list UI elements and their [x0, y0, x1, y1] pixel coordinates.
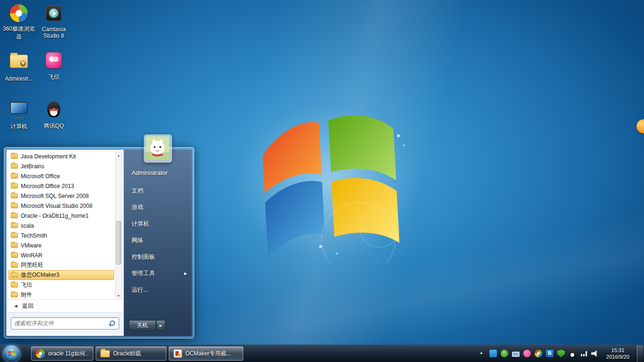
fetion-icon[interactable]: [523, 350, 531, 357]
wangwang-icon[interactable]: [489, 350, 497, 357]
desktop-icon-camtasia[interactable]: Camtasia Studio 8: [36, 4, 72, 39]
start-menu-program[interactable]: Java Development Kit: [8, 151, 114, 161]
desktop-icon-360-browser[interactable]: 360极速浏览器: [1, 4, 37, 41]
windows-logo: [238, 98, 417, 263]
nav-item-admin-tools[interactable]: 管理工具 ▶: [124, 265, 192, 282]
nav-item-documents[interactable]: 文档: [124, 183, 192, 199]
folder-icon: [11, 183, 18, 189]
start-menu-program[interactable]: WinRAR: [8, 250, 114, 260]
windows-flag-icon: [8, 349, 16, 358]
program-label: 飞信: [21, 281, 32, 289]
display-icon[interactable]: [512, 352, 520, 357]
scrollbar-thumb[interactable]: [116, 221, 121, 264]
desktop-icon-label: Administr...: [1, 75, 37, 82]
program-label: JetBrains: [21, 163, 44, 170]
system-tray: 15:31 2016/9/20: [478, 345, 644, 362]
avatar-image: [146, 136, 169, 160]
shutdown-control: 关机 ▶: [129, 320, 165, 331]
search-box[interactable]: [11, 317, 119, 329]
volume-icon[interactable]: [591, 350, 599, 357]
start-menu-program[interactable]: Oracle - OraDb11g_home1: [8, 211, 114, 221]
user-folder-icon: [10, 55, 28, 68]
program-label: Microsoft Office 2013: [21, 183, 74, 189]
start-menu-program[interactable]: Microsoft SQL Server 2008: [8, 191, 114, 201]
nav-item-run[interactable]: 运行...: [124, 282, 192, 298]
folder-icon: [11, 203, 18, 208]
ocmaker-icon: [173, 349, 182, 358]
desktop-icon-fetion[interactable]: 飞信: [36, 51, 72, 81]
program-label: Oracle - OraDb11g_home1: [21, 213, 89, 219]
submenu-arrow-icon: ▶: [184, 265, 187, 282]
start-menu-program[interactable]: JetBrains: [8, 161, 114, 171]
qq-icon[interactable]: [569, 350, 576, 357]
network-icon[interactable]: [580, 350, 587, 357]
start-menu-program[interactable]: Microsoft Office: [8, 171, 114, 181]
taskbar-clock[interactable]: 15:31 2016/9/20: [603, 347, 633, 361]
nav-item-network[interactable]: 网络: [124, 232, 192, 249]
start-menu-program[interactable]: scala: [8, 221, 114, 230]
start-menu-nav: 文档 游戏 计算机 网络 控制面板 管理工具 ▶ 运行...: [124, 183, 192, 298]
program-label: TechSmith: [21, 232, 47, 239]
folder-icon: [11, 154, 18, 159]
taskbar: oracle 11g如何... Oracle卸载 OCMaker专用截...: [0, 345, 644, 362]
taskbar-button-oracle-uninstall[interactable]: Oracle卸载: [96, 346, 166, 361]
desktop-icon-qq[interactable]: 腾讯QQ: [36, 100, 72, 130]
scroll-down-arrow[interactable]: ▼: [116, 293, 122, 299]
hidden-icons-arrow[interactable]: [478, 350, 486, 357]
folder-icon: [11, 292, 18, 297]
program-label: scala: [21, 222, 34, 229]
folder-icon: [11, 253, 18, 258]
program-label: 阿里旺旺: [21, 261, 43, 269]
program-list-scrollbar[interactable]: ▲ ▼: [115, 152, 122, 300]
taskbar-button-ocmaker[interactable]: OCMaker专用截...: [169, 346, 243, 361]
360-browser-icon[interactable]: [535, 350, 542, 357]
shutdown-options-arrow[interactable]: ▶: [156, 320, 165, 331]
start-menu-program-list: Java Development Kit JetBrains Microsoft…: [7, 150, 124, 299]
desktop-icon-computer[interactable]: 计算机: [1, 100, 37, 131]
desktop-icon-label: 腾讯QQ: [36, 122, 72, 130]
start-menu-program-selected[interactable]: 傲思OCMaker3: [8, 270, 114, 280]
desktop: 360极速浏览器 Camtasia Studio 8 Administr... …: [0, 0, 644, 362]
show-desktop-button[interactable]: [637, 345, 643, 362]
computer-icon: [10, 102, 28, 114]
start-menu-program[interactable]: 飞信: [8, 280, 114, 290]
program-label: Microsoft SQL Server 2008: [21, 193, 89, 199]
scroll-up-arrow[interactable]: ▲: [116, 152, 122, 159]
program-label: VMware: [21, 242, 41, 249]
search-icon: [110, 321, 115, 326]
start-menu-program[interactable]: 附件: [8, 290, 114, 299]
start-menu-program[interactable]: Microsoft Visual Studio 2008: [8, 201, 114, 211]
start-menu-program[interactable]: VMware: [8, 240, 114, 250]
start-menu-program[interactable]: Microsoft Office 2013: [8, 181, 114, 191]
nav-item-games[interactable]: 游戏: [124, 199, 192, 216]
folder-icon: [11, 233, 18, 238]
program-label: 傲思OCMaker3: [21, 271, 59, 279]
folder-icon: [11, 193, 18, 198]
camtasia-icon: [46, 5, 62, 21]
fetion-icon: [46, 52, 62, 68]
taskbar-button-oracle-11g[interactable]: oracle 11g如何...: [31, 346, 93, 361]
nav-item-control-panel[interactable]: 控制面板: [124, 249, 192, 265]
start-menu-program[interactable]: 阿里旺旺: [8, 260, 114, 270]
program-label: 附件: [21, 291, 32, 299]
upload-icon[interactable]: [501, 350, 508, 357]
shutdown-button[interactable]: 关机: [129, 320, 156, 331]
folder-icon: [11, 213, 18, 218]
user-name[interactable]: Administrator: [124, 169, 192, 176]
folder-icon: [11, 272, 18, 278]
360safe-shield-icon[interactable]: [557, 350, 565, 357]
start-menu-program[interactable]: TechSmith: [8, 230, 114, 240]
bluetooth-icon[interactable]: [546, 350, 553, 357]
360-floating-ball[interactable]: [636, 119, 644, 133]
nav-item-computer[interactable]: 计算机: [124, 216, 192, 232]
desktop-icon-label: 计算机: [1, 123, 37, 131]
back-button[interactable]: ◀ 返回: [7, 299, 124, 312]
desktop-icon-label: Camtasia Studio 8: [36, 26, 72, 39]
desktop-icon-administrator-folder[interactable]: Administr...: [1, 51, 37, 82]
start-button[interactable]: [3, 346, 20, 362]
360-browser-icon: [36, 349, 45, 358]
user-avatar[interactable]: [144, 134, 172, 163]
desktop-icon-label: 飞信: [36, 73, 72, 81]
folder-icon: [11, 263, 18, 268]
search-input[interactable]: [14, 320, 110, 327]
